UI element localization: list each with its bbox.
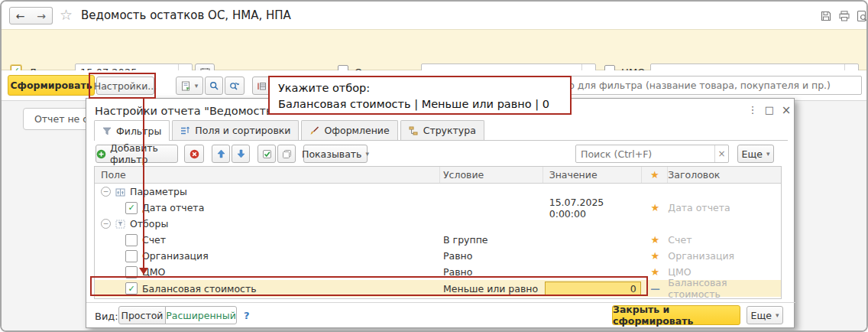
table-row-parameters-group[interactable]: − Параметры — [95, 184, 781, 200]
highlighted-row-frame — [90, 276, 648, 296]
check-sheet-icon — [262, 149, 272, 159]
print-icon[interactable] — [837, 9, 850, 22]
report-variant-button[interactable]: ▾ — [176, 76, 203, 95]
row-header-title: ЦМО — [668, 266, 781, 278]
page-title: Ведомость остатков ОС, НМА, НПА — [81, 8, 291, 22]
footer-more-caret-icon: ▾ — [776, 311, 779, 319]
settings-button-highlight-frame — [89, 73, 156, 99]
arrow-down-icon — [237, 149, 245, 158]
generate-button[interactable]: Сформировать — [8, 75, 95, 96]
filters-table-header: Поле Условие Значение ★ Заголовок — [95, 167, 781, 184]
table-row-report-date[interactable]: ✓ Дата отчета 15.07.2025 0:00:00 ★ Дата … — [95, 200, 781, 216]
quick-filter-panel: ✓ Дата отчета: ▾ Организация: ▾ ЦМО: ▾ С… — [2, 29, 866, 70]
copy-sheets-icon — [282, 149, 292, 159]
dialog-footer-more-button[interactable]: Еще ▾ — [747, 306, 783, 324]
forward-button[interactable]: → — [31, 7, 53, 24]
dialog-more-label: Еще — [742, 148, 763, 160]
forward-arrow-icon: → — [37, 10, 46, 22]
report-variant-icon — [181, 81, 191, 91]
row-checkbox[interactable] — [125, 250, 138, 262]
app-window: ← → ☆ Ведомость остатков ОС, НМА, НПА ✓ … — [0, 0, 868, 332]
search-next-button[interactable] — [225, 76, 245, 95]
view-simple-button[interactable]: Простой — [118, 306, 166, 324]
add-filter-button[interactable]: Добавить фильтр — [96, 145, 178, 163]
col-header-value: Значение — [543, 167, 643, 183]
search-button[interactable] — [205, 76, 223, 95]
col-header-star: ★ — [642, 167, 668, 183]
check-all-button[interactable] — [257, 145, 276, 163]
row-star[interactable]: ★ — [642, 234, 668, 246]
help-link[interactable]: ? — [244, 310, 250, 321]
row-condition: Равно — [440, 250, 543, 262]
dialog-menu-icon[interactable]: ⋮ — [747, 104, 759, 116]
annotation-arrow-head — [139, 268, 148, 275]
row-checkbox[interactable] — [125, 234, 138, 246]
brush-icon — [309, 126, 319, 135]
uncheck-all-button[interactable] — [277, 145, 296, 163]
row-header-title: Счет — [668, 234, 781, 246]
back-arrow-icon: ← — [16, 10, 25, 22]
fields-sort-icon — [180, 126, 190, 135]
row-label: Счет — [142, 234, 166, 246]
dialog-more-caret-icon: ▾ — [766, 150, 770, 158]
tab-appearance[interactable]: Оформление — [301, 120, 397, 140]
row-label: Отборы — [130, 218, 168, 229]
preview-icon[interactable] — [855, 9, 868, 22]
add-icon — [96, 149, 106, 159]
annotation-line1: Укажите отбор: — [278, 80, 562, 96]
dialog-toolbar: Добавить фильтр — [86, 143, 795, 166]
selections-icon — [115, 220, 125, 229]
dialog-footer-separator — [86, 302, 795, 303]
dialog-maximize-icon[interactable]: □ — [763, 104, 776, 116]
footer-more-label: Еще — [751, 310, 772, 321]
col-header-title: Заголовок — [668, 167, 781, 183]
tab-filters[interactable]: Фильтры — [94, 120, 170, 141]
search-icon — [209, 81, 219, 91]
table-row-selections-group[interactable]: − Отборы — [95, 216, 781, 232]
row-label: Дата отчета — [142, 202, 204, 213]
save-icon[interactable] — [819, 9, 832, 22]
tab-appearance-label: Оформление — [324, 125, 389, 136]
show-button[interactable]: Показывать ▾ — [303, 145, 368, 163]
view-mode-label: Вид: — [95, 311, 118, 322]
annotation-arrow-line — [143, 99, 144, 268]
table-row-organization[interactable]: Организация Равно ★ Организация — [95, 248, 781, 264]
tab-filters-label: Фильтры — [116, 125, 161, 137]
dialog-toolbar-more-button[interactable]: Еще ▾ — [737, 145, 774, 163]
collapse-icon[interactable]: − — [101, 187, 111, 197]
row-header-title: Балансовая стоимость — [668, 277, 781, 300]
check-glyph: ✓ — [128, 203, 134, 212]
annotation-line2: Балансовая стоимость | Меньше или равно … — [278, 96, 562, 112]
move-up-button[interactable] — [212, 145, 230, 163]
col-header-field: Поле — [95, 167, 440, 183]
parameters-icon — [115, 187, 125, 197]
row-checkbox[interactable]: ✓ — [125, 202, 138, 214]
list-settings-icon — [257, 81, 267, 91]
search-refresh-icon — [229, 81, 240, 91]
row-label: Параметры — [130, 186, 187, 197]
dialog-search-field[interactable] — [576, 148, 714, 160]
collapse-icon[interactable]: − — [101, 219, 111, 229]
table-row-account[interactable]: Счет В группе ★ Счет — [95, 232, 781, 248]
dialog-close-icon[interactable]: × — [780, 103, 792, 117]
row-header-title: Организация — [668, 250, 781, 262]
tab-fields-sorting[interactable]: Поля и сортировки — [172, 120, 299, 140]
move-down-button[interactable] — [232, 145, 250, 163]
tab-structure[interactable]: Структура — [400, 120, 484, 140]
back-button[interactable]: ← — [9, 7, 31, 24]
dialog-tab-bar: Фильтры Поля и сортировки Оформление Стр… — [94, 121, 788, 141]
row-value[interactable]: 15.07.2025 0:00:00 — [543, 197, 643, 220]
variant-caret-icon: ▾ — [195, 82, 199, 90]
favorite-star-icon[interactable]: ☆ — [60, 6, 73, 23]
delete-icon — [189, 149, 199, 159]
close-and-generate-button[interactable]: Закрыть и сформировать — [612, 305, 740, 325]
row-star[interactable]: ★ — [642, 202, 668, 213]
search-clear-icon[interactable]: × — [714, 145, 728, 162]
delete-filter-button[interactable] — [184, 145, 204, 163]
arrow-up-icon — [217, 149, 225, 158]
view-extended-button[interactable]: Расширенный — [165, 306, 237, 324]
annotation-callout: Укажите отбор: Балансовая стоимость | Ме… — [268, 76, 572, 115]
row-star[interactable]: ★ — [642, 250, 668, 262]
dialog-search-box[interactable]: × — [575, 145, 729, 163]
show-caret-icon: ▾ — [365, 150, 369, 158]
